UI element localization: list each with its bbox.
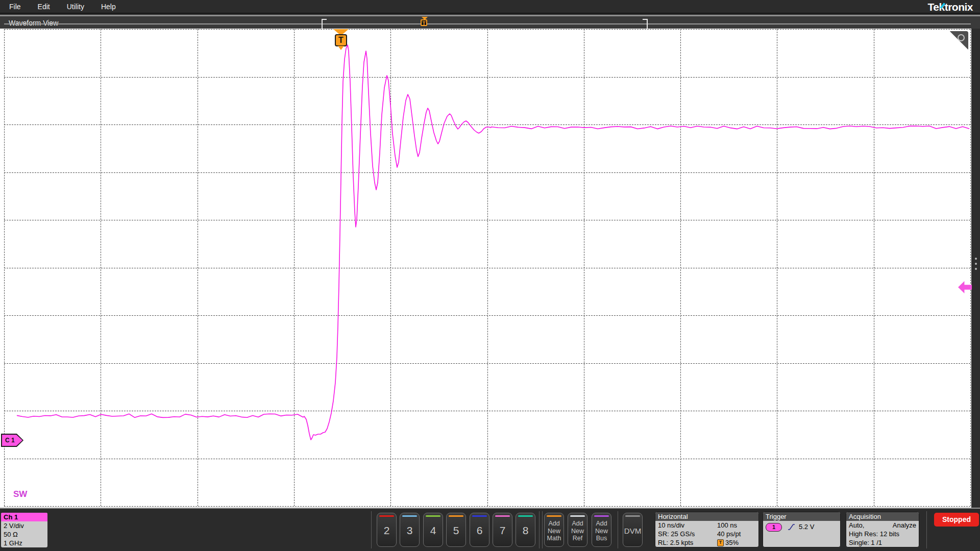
menu-bar: File Edit Utility Help Tektronix: [0, 0, 980, 14]
trigger-position-marker[interactable]: T: [333, 29, 349, 50]
grid-line-horizontal: [4, 29, 970, 30]
acquisition-mode: Auto,: [849, 521, 864, 530]
math-color-strip: [547, 515, 561, 517]
sample-interval: 40 ps/pt: [717, 530, 756, 538]
results-bar-handle[interactable]: [971, 29, 980, 508]
record-view-trigger-icon[interactable]: T: [421, 17, 429, 26]
horizontal-scale: 10 ns/div: [658, 521, 717, 530]
zoom-corner-button[interactable]: [949, 31, 968, 51]
rising-edge-icon: [787, 523, 796, 531]
magnifier-icon: [958, 34, 965, 41]
grid-line-horizontal: [4, 459, 970, 459]
ch7-color-strip: [495, 515, 510, 517]
dvm-button[interactable]: DVM: [623, 513, 643, 547]
ch4-color-strip: [426, 515, 440, 517]
record-view-line: [4, 23, 971, 24]
run-stop-button[interactable]: Stopped: [934, 513, 979, 527]
trigger-marker-pointer-icon: [338, 46, 344, 50]
grid-line-horizontal: [4, 363, 970, 364]
ch5-color-strip: [449, 515, 463, 517]
sample-rate: SR: 25 GS/s: [658, 530, 717, 538]
add-new-math-button[interactable]: Add New Math: [544, 513, 564, 547]
ref-color-strip: [570, 515, 585, 517]
trigger-position-percent: T 35%: [717, 538, 756, 547]
menu-file[interactable]: File: [9, 3, 21, 11]
magnifier-handle-icon: [954, 41, 959, 45]
add-new-ref-button[interactable]: Add New Ref: [568, 513, 587, 547]
settings-bar: Ch 1 2 V/div 50 Ω 1 GHz 2 3 4 5 6 7 8: [0, 508, 980, 551]
channel-6-button[interactable]: 6: [470, 513, 489, 547]
horizontal-window: 100 ns: [717, 521, 756, 530]
channel-2-button[interactable]: 2: [377, 513, 397, 547]
ch1-badge[interactable]: Ch 1 2 V/div 50 Ω 1 GHz: [1, 513, 47, 547]
channel-8-button[interactable]: 8: [516, 513, 535, 547]
ch1-bandwidth: 1 GHz: [1, 539, 47, 547]
ch6-color-strip: [472, 515, 487, 517]
acquisition-panel-header: Acquisition: [846, 512, 919, 521]
menu-utility[interactable]: Utility: [67, 3, 84, 11]
acquisition-highres: High Res: 12 bits: [849, 530, 899, 538]
grid-line-horizontal: [4, 220, 970, 220]
acquisition-analyze: Analyze: [893, 521, 916, 530]
trigger-panel-header: Trigger: [763, 512, 840, 521]
acquisition-panel[interactable]: Acquisition Auto, Analyze High Res: 12 b…: [846, 512, 919, 547]
grid-line-horizontal: [4, 411, 970, 411]
drag-handle-dots-icon: [971, 255, 980, 270]
channel-7-button[interactable]: 7: [493, 513, 512, 547]
ch8-color-strip: [518, 515, 533, 517]
trigger-mini-icon: T: [717, 539, 724, 546]
menu-edit[interactable]: Edit: [38, 3, 50, 11]
waveform-view-titlebar: Waveform View T: [0, 15, 980, 29]
divider: [539, 511, 540, 548]
trigger-source-pill: 1: [766, 523, 782, 532]
channel-5-button[interactable]: 5: [446, 513, 466, 547]
ch2-color-strip: [379, 515, 394, 517]
sw-badge: SW: [13, 489, 27, 499]
oscilloscope-app: File Edit Utility Help Tektronix Wavefor…: [0, 0, 980, 551]
channel-3-button[interactable]: 3: [400, 513, 420, 547]
grid-line-horizontal: [4, 315, 970, 316]
grid-line-horizontal: [4, 172, 970, 173]
bus-color-strip: [594, 515, 609, 517]
grid-line-vertical: [970, 29, 971, 506]
trigger-level-value: 5.2 V: [799, 521, 814, 533]
trigger-panel[interactable]: Trigger 1 5.2 V: [763, 512, 841, 547]
record-length: RL: 2.5 kpts: [658, 538, 717, 547]
acquisition-single: Single: 1 /1: [849, 538, 882, 547]
waveform-view-tab[interactable]: Waveform View: [9, 19, 58, 27]
divider: [371, 511, 372, 548]
horizontal-panel-header: Horizontal: [655, 512, 758, 521]
grid-line-horizontal: [4, 77, 970, 78]
divider: [926, 511, 927, 548]
grid-line-horizontal: [4, 506, 970, 507]
divider: [618, 511, 618, 548]
dvm-color-strip: [625, 515, 640, 517]
ch1-impedance: 50 Ω: [1, 530, 47, 539]
divider: [542, 511, 543, 548]
grid-line-horizontal: [4, 124, 970, 125]
ch3-color-strip: [402, 515, 417, 517]
menu-help[interactable]: Help: [101, 3, 116, 11]
tektronix-logo: Tektronix: [928, 1, 973, 13]
channel-4-button[interactable]: 4: [423, 513, 443, 547]
grid-line-horizontal: [4, 268, 970, 268]
horizontal-panel[interactable]: Horizontal 10 ns/div 100 ns SR: 25 GS/s …: [655, 512, 759, 547]
ch1-scale: 2 V/div: [1, 521, 47, 530]
add-new-bus-button[interactable]: Add New Bus: [592, 513, 611, 547]
ch1-badge-header: Ch 1: [1, 513, 47, 521]
graticule[interactable]: SW: [0, 29, 971, 508]
